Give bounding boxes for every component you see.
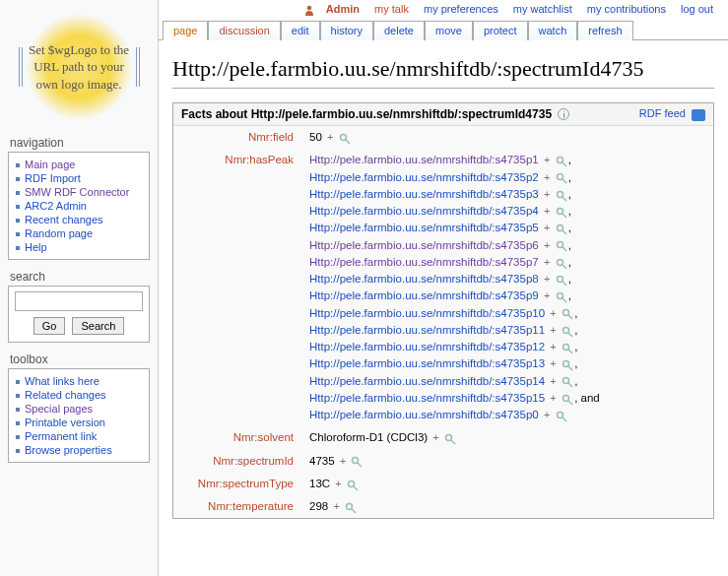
userpage-link[interactable]: Admin [326,3,360,15]
peak-link[interactable]: Http://pele.farmbio.uu.se/nmrshiftdb/:s4… [309,307,545,319]
toolbox-link[interactable]: Permanent link [25,430,97,442]
magnify-icon[interactable] [562,308,571,318]
nav-link[interactable]: SMW RDF Connector [25,186,129,198]
peak-link[interactable]: Http://pele.farmbio.uu.se/nmrshiftdb/:s4… [309,273,539,285]
toolbox-link[interactable]: What links here [25,375,99,387]
property-spectrumType[interactable]: Nmr:spectrumType [198,478,294,489]
search-input[interactable] [15,291,143,311]
tab-delete[interactable]: delete [373,21,425,40]
peak-link[interactable]: Http://pele.farmbio.uu.se/nmrshiftdb/:s4… [309,392,545,404]
peak-link[interactable]: Http://pele.farmbio.uu.se/nmrshiftdb/:s4… [309,375,545,387]
nav-link[interactable]: ARC2 Admin [25,200,87,212]
toolbox-link[interactable]: Related changes [25,389,106,401]
peak-link[interactable]: Http://pele.farmbio.uu.se/nmrshiftdb/:s4… [309,357,545,369]
logout-link[interactable]: log out [681,3,713,15]
mypreferences-link[interactable]: my preferences [424,3,498,15]
toolbox-link[interactable]: Printable version [25,416,105,428]
tab-page[interactable]: page [163,21,208,40]
mywatchlist-link[interactable]: my watchlist [513,3,572,15]
peak-link[interactable]: Http://pele.farmbio.uu.se/nmrshiftdb/:s4… [309,222,539,233]
tab-watch[interactable]: watch [528,21,578,40]
svg-point-27 [563,361,568,367]
peak-link[interactable]: Http://pele.farmbio.uu.se/nmrshiftdb/:s4… [309,341,545,352]
magnify-icon[interactable] [556,224,565,233]
search-button[interactable]: Search [72,317,124,335]
property-hasPeak[interactable]: Nmr:hasPeak [225,154,294,165]
mycontributions-link[interactable]: my contributions [587,3,666,15]
svg-line-36 [451,440,455,444]
svg-line-14 [563,247,566,251]
peak-link[interactable]: Http://pele.farmbio.uu.se/nmrshiftdb/:s4… [309,205,539,217]
nav-link[interactable]: RDF Import [25,172,81,184]
svg-line-26 [568,350,572,353]
magnify-icon[interactable] [339,133,349,143]
peak-link[interactable]: Http://pele.farmbio.uu.se/nmrshiftdb/:s4… [309,324,545,336]
nav-item: Main page [15,158,143,171]
svg-point-0 [306,6,311,11]
magnify-icon[interactable] [556,172,565,182]
logo[interactable]: Set $wgLogo to the URL path to your own … [13,8,146,126]
svg-line-30 [568,383,572,387]
magnify-icon[interactable] [562,343,571,352]
nav-link[interactable]: Main page [25,159,75,170]
peak-link[interactable]: Http://pele.farmbio.uu.se/nmrshiftdb/:s4… [309,171,539,183]
magnify-icon[interactable] [556,411,565,420]
magnify-icon[interactable] [562,394,571,404]
svg-point-25 [563,344,568,350]
tab-discussion[interactable]: discussion [208,21,280,40]
toolbox-item: Printable version [15,416,143,429]
svg-point-3 [557,158,563,163]
nav-item: Random page [15,226,143,240]
property-field[interactable]: Nmr:field [248,131,294,143]
svg-point-31 [563,395,568,401]
tab-edit[interactable]: edit [281,21,320,40]
tab-refresh[interactable]: refresh [577,21,632,40]
peak-link[interactable]: Http://pele.farmbio.uu.se/nmrshiftdb/:s4… [309,154,539,165]
peak-link[interactable]: Http://pele.farmbio.uu.se/nmrshiftdb/:s4… [309,409,539,420]
nav-link[interactable]: Recent changes [25,214,103,225]
svg-line-42 [352,509,356,513]
property-solvent[interactable]: Nmr:solvent [233,431,294,443]
svg-line-28 [568,366,572,370]
magnify-icon[interactable] [556,291,565,301]
magnify-icon[interactable] [562,359,571,369]
property-temperature[interactable]: Nmr:temperature [208,500,294,512]
magnify-icon[interactable] [556,258,565,268]
peak-link[interactable]: Http://pele.farmbio.uu.se/nmrshiftdb/:s4… [309,239,539,251]
nav-link[interactable]: Help [25,241,47,253]
svg-line-12 [563,230,566,234]
magnify-icon[interactable] [556,190,565,200]
svg-point-1 [340,134,346,140]
go-button[interactable]: Go [33,317,66,335]
toolbox-item: Related changes [15,388,143,402]
rdf-feed-link[interactable]: RDF feed [639,107,705,120]
toolbox-item: Browse properties [15,443,143,457]
info-icon[interactable]: i [558,108,569,120]
magnify-icon[interactable] [556,207,565,217]
magnify-icon[interactable] [444,433,454,443]
toolbox-link[interactable]: Browse properties [25,444,112,456]
magnify-icon[interactable] [562,326,571,336]
value-spectrumId: 4735 + [301,450,713,473]
mytalk-link[interactable]: my talk [374,3,409,15]
tab-protect[interactable]: protect [473,21,528,40]
magnify-icon[interactable] [351,456,361,466]
magnify-icon[interactable] [556,240,565,250]
magnify-icon[interactable] [562,376,571,386]
peak-link[interactable]: Http://pele.farmbio.uu.se/nmrshiftdb/:s4… [309,188,539,200]
tab-move[interactable]: move [425,21,473,40]
magnify-icon[interactable] [556,156,565,165]
toolbox-link[interactable]: Special pages [25,403,93,415]
magnify-icon[interactable] [347,480,357,489]
svg-line-4 [563,162,566,166]
peak-link[interactable]: Http://pele.farmbio.uu.se/nmrshiftdb/:s4… [309,289,539,301]
nav-link[interactable]: Random page [25,227,93,239]
property-spectrumId[interactable]: Nmr:spectrumId [213,455,294,467]
tab-history[interactable]: history [320,21,373,40]
svg-point-19 [557,293,563,299]
svg-line-34 [563,417,566,421]
magnify-icon[interactable] [345,502,355,512]
svg-line-20 [563,298,566,302]
peak-link[interactable]: Http://pele.farmbio.uu.se/nmrshiftdb/:s4… [309,256,539,268]
magnify-icon[interactable] [556,275,565,285]
